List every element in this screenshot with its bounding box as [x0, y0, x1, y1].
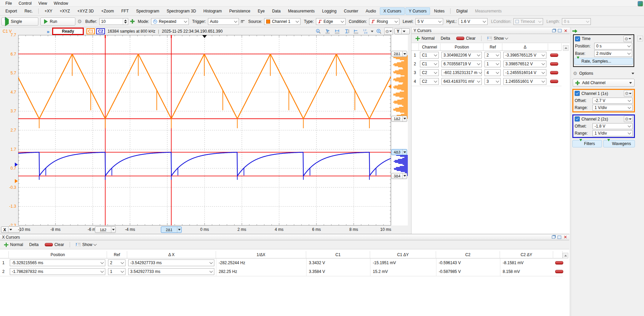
y-cursor-channel-dropdown[interactable]: C2 [420, 69, 439, 76]
y-cursor-handle-4-3[interactable]: 4Δ3 [391, 149, 407, 155]
y-cursors-title-bar[interactable]: Y Cursors ✕ [412, 28, 570, 34]
tab-x-cursors[interactable]: X Cursors [380, 7, 404, 15]
y-cursor-remove-cursor-button[interactable] [550, 54, 558, 57]
y-cursor-channel-dropdown[interactable]: C2 [420, 78, 439, 85]
tab-xy[interactable]: +XY [41, 7, 56, 15]
app-tray-icon[interactable] [638, 1, 643, 6]
y-cursor-delta-dropdown[interactable]: 1.245551601 V [503, 78, 546, 85]
tab-fft[interactable]: FFT [118, 7, 132, 15]
plot-settings-gear-icon[interactable]: ⚙ [384, 28, 393, 35]
tab-spectrogram[interactable]: Spectrogram [133, 7, 163, 15]
restore-icon[interactable] [552, 236, 555, 239]
tab-rec[interactable]: Rec. [21, 7, 36, 15]
c2-badge[interactable]: C2 [96, 28, 105, 34]
rate-samples-button[interactable]: Rate, Samples... [574, 58, 633, 65]
time-position-dropdown[interactable]: 0 s [594, 43, 632, 49]
channel1-checkbox[interactable] [575, 91, 580, 96]
y-cursor-ref-dropdown[interactable]: 3 [485, 78, 501, 85]
time-gear-icon[interactable]: ⚙ [623, 36, 632, 42]
maximize-icon[interactable] [558, 29, 562, 32]
run-button[interactable]: Run [40, 17, 75, 26]
mode-dropdown[interactable]: ↻ Repeated [151, 18, 189, 25]
restore-icon[interactable] [552, 29, 556, 32]
tab-notes[interactable]: Notes [431, 7, 448, 15]
wavegens-button[interactable]: Wavegens [603, 140, 635, 147]
zoom-plus-icon[interactable] [375, 28, 383, 35]
menu-window[interactable]: Window [50, 0, 72, 6]
filters-button[interactable]: Filters [572, 140, 602, 147]
zoom-1-icon[interactable]: 1 [314, 28, 322, 35]
buffer-spinner[interactable]: 10 [99, 18, 128, 25]
collapse-panel-arrow-icon[interactable] [572, 29, 578, 33]
y-cursor-channel-dropdown[interactable]: C1 [420, 52, 439, 59]
options-row[interactable]: ⚙ Options [573, 70, 634, 77]
tab-xyz[interactable]: +XYZ [56, 7, 73, 15]
tab-persistence[interactable]: Persistence [226, 7, 254, 15]
tab-xyz-3d[interactable]: +XYZ 3D [74, 7, 97, 15]
x-cursor-ref-dropdown[interactable]: 1 [108, 268, 126, 275]
y-cursors-add-normal-button[interactable]: Normal [414, 35, 437, 41]
close-icon[interactable]: ✕ [564, 29, 568, 33]
y-cursor-position-dropdown[interactable]: 6.703558719 V [441, 61, 482, 67]
y-cursor-position-dropdown[interactable]: 3.304982206 V [441, 52, 482, 59]
tab-digital[interactable]: Digital [453, 7, 471, 15]
tab-counter[interactable]: Counter [341, 7, 362, 15]
y-cursors-clear-button[interactable]: Clear [454, 35, 478, 41]
channel1-ground-marker[interactable] [15, 179, 18, 183]
x-cursors-title-bar[interactable]: X Cursors ✕ [0, 234, 569, 240]
trigger-dropdown[interactable]: Auto [208, 18, 239, 25]
x-cursor-position-dropdown[interactable]: -5.329215565 ms [10, 259, 105, 266]
menu-control[interactable]: Control [15, 0, 35, 6]
x-cursor-remove-cursor-button[interactable] [555, 270, 563, 273]
channel2-offset-dropdown[interactable]: -1.8 V [593, 123, 633, 129]
y-cursor-position-dropdown[interactable]: -602.135231317 m [441, 69, 482, 76]
y-cursor-handle-3-4[interactable]: 3Δ4 [391, 173, 407, 179]
y-cursor-delta-dropdown[interactable]: -1.2455516014 V [503, 69, 546, 76]
channel1-gear-icon[interactable]: ⚙ [624, 90, 633, 97]
y-cursor-channel-dropdown[interactable]: C1 [420, 61, 439, 67]
x-cursors-clear-button[interactable]: Clear [43, 242, 66, 248]
buffer-spinner-arrows[interactable] [123, 19, 128, 25]
tab-measurements[interactable]: Measurements [472, 7, 505, 15]
vertical-ruler-icon[interactable] [343, 28, 351, 35]
add-channel-button[interactable]: Add Channel [573, 79, 635, 87]
channel1-range-dropdown[interactable]: 1 V/div [593, 105, 633, 111]
channel2-ground-marker[interactable] [15, 163, 18, 167]
y-cursor-ref-dropdown[interactable]: 4 [485, 69, 501, 76]
time-base-dropdown[interactable]: 2 ms/div [594, 50, 632, 57]
channel2-range-dropdown[interactable]: 1 V/div [593, 130, 633, 136]
level-dropdown[interactable]: 5 V [416, 18, 443, 25]
trigger-level-marker[interactable] [388, 84, 391, 89]
y-cursor-delta-dropdown[interactable]: -3.3985765125 V [503, 52, 546, 59]
y-cursors-show-button[interactable]: Show [485, 35, 510, 41]
time-checkbox[interactable] [575, 36, 580, 41]
maximize-icon[interactable] [558, 236, 561, 239]
tab-y-cursors[interactable]: Y Cursors [405, 7, 430, 15]
x-cursor-remove-cursor-button[interactable] [555, 261, 563, 265]
channel2-checkbox[interactable] [575, 116, 580, 121]
channel2-gear-icon[interactable]: ⚙ [624, 116, 633, 122]
buffer-gear-icon[interactable]: ⚙ [77, 19, 82, 24]
y-cursor-handle-2-1[interactable]: 2Δ1 [391, 51, 407, 57]
close-icon[interactable]: ✕ [564, 235, 567, 239]
tab-logging[interactable]: Logging [319, 7, 340, 15]
menu-view[interactable]: View [35, 0, 50, 6]
waveform-plot[interactable] [18, 35, 391, 225]
x-cursor-ref-dropdown[interactable]: 2 [108, 259, 126, 266]
y-cursor-handle-1-2[interactable]: 1Δ2 [391, 116, 407, 122]
cursor-numbers-icon[interactable]: 1 23 4 [361, 28, 369, 35]
cursor-options-arrow-icon[interactable] [371, 31, 373, 32]
x-cursors-add-normal-button[interactable]: Normal [2, 242, 25, 248]
c1-badge[interactable]: C1 [86, 28, 95, 34]
tab-export[interactable]: Export [2, 7, 21, 15]
x-cursor-dx-dropdown[interactable]: -3.542927733 ms [128, 259, 214, 266]
tab-audio[interactable]: Audio [362, 7, 380, 15]
type-dropdown[interactable]: Edge [316, 18, 346, 25]
tab-measurements[interactable]: Measurements [285, 7, 318, 15]
tab-zoom[interactable]: +Zoom [98, 7, 117, 15]
condition-dropdown[interactable]: Rising [369, 18, 399, 25]
y-table-scroll-up[interactable] [563, 45, 569, 51]
y-cursor-remove-cursor-button[interactable] [550, 62, 558, 66]
tab-data[interactable]: Data [269, 7, 284, 15]
right-panel-scroll-up[interactable] [637, 36, 643, 41]
